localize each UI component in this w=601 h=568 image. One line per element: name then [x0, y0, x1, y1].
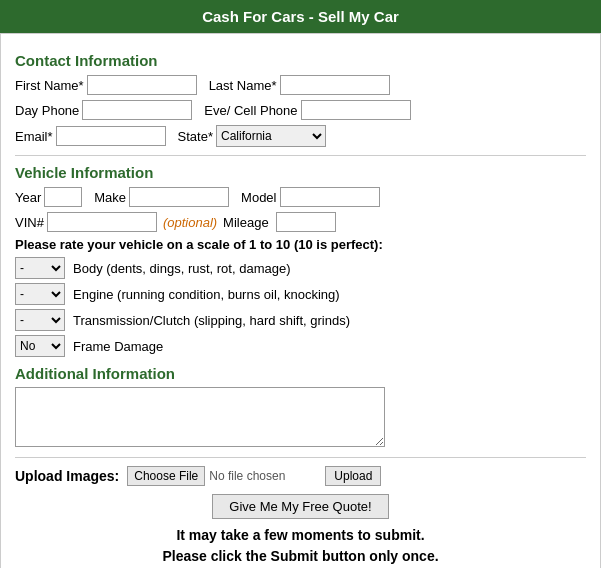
last-name-input[interactable]: [280, 75, 390, 95]
quote-button[interactable]: Give Me My Free Quote!: [212, 494, 388, 519]
year-input[interactable]: [44, 187, 82, 207]
engine-label: Engine (running condition, burns oil, kn…: [73, 287, 340, 302]
upload-label: Upload Images:: [15, 468, 119, 484]
state-label: State*: [178, 129, 213, 144]
vin-optional: (optional): [163, 215, 217, 230]
no-file-text: No file chosen: [209, 469, 285, 483]
mileage-label: Mileage: [223, 215, 269, 230]
vin-label: VIN#: [15, 215, 44, 230]
additional-info-textarea[interactable]: [15, 387, 385, 447]
cell-phone-label: Eve/ Cell Phone: [204, 103, 297, 118]
state-select[interactable]: AlabamaAlaskaArizonaArkansasCaliforniaCo…: [216, 125, 326, 147]
make-label: Make: [94, 190, 126, 205]
contact-section-title: Contact Information: [15, 52, 586, 69]
day-phone-label: Day Phone: [15, 103, 79, 118]
body-rating-select[interactable]: -12345678910: [15, 257, 65, 279]
mileage-input[interactable]: [276, 212, 336, 232]
frame-label: Frame Damage: [73, 339, 163, 354]
day-phone-input[interactable]: [82, 100, 192, 120]
model-input[interactable]: [280, 187, 380, 207]
vin-input[interactable]: [47, 212, 157, 232]
vehicle-section-title: Vehicle Information: [15, 164, 586, 181]
header: Cash For Cars - Sell My Car: [0, 0, 601, 33]
make-input[interactable]: [129, 187, 229, 207]
submit-note-line1: It may take a few moments to submit.: [15, 525, 586, 546]
transmission-label: Transmission/Clutch (slipping, hard shif…: [73, 313, 350, 328]
additional-section-title: Additional Information: [15, 365, 586, 382]
email-input[interactable]: [56, 126, 166, 146]
model-label: Model: [241, 190, 276, 205]
frame-damage-select[interactable]: NoYes: [15, 335, 65, 357]
submit-note-line2: Please click the Submit button only once…: [15, 546, 586, 567]
body-label: Body (dents, dings, rust, rot, damage): [73, 261, 291, 276]
engine-rating-select[interactable]: -12345678910: [15, 283, 65, 305]
cell-phone-input[interactable]: [301, 100, 411, 120]
first-name-input[interactable]: [87, 75, 197, 95]
transmission-rating-select[interactable]: -12345678910: [15, 309, 65, 331]
upload-button[interactable]: Upload: [325, 466, 381, 486]
header-title: Cash For Cars - Sell My Car: [202, 8, 399, 25]
rating-label: Please rate your vehicle on a scale of 1…: [15, 237, 586, 252]
choose-file-button[interactable]: Choose File: [127, 466, 205, 486]
first-name-label: First Name*: [15, 78, 84, 93]
email-label: Email*: [15, 129, 53, 144]
year-label: Year: [15, 190, 41, 205]
last-name-label: Last Name*: [209, 78, 277, 93]
